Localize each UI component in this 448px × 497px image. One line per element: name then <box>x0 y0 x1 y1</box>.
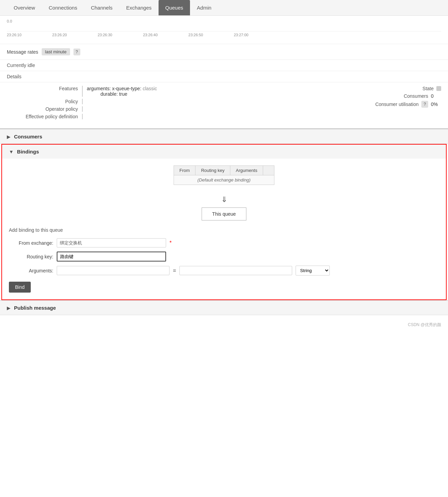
footer-text: CSDN @优秀的颜 <box>408 322 441 327</box>
arguments-val-input[interactable] <box>179 266 292 275</box>
chart-x-label-1: 23:26:20 <box>52 33 67 37</box>
features-row: Features arguments: x-queue-type: classi… <box>7 86 224 97</box>
interval-button[interactable]: last minute <box>42 48 70 55</box>
effective-policy-val <box>82 114 88 119</box>
details-right: State Consumers 0 Consumer utilisation ?… <box>224 86 442 121</box>
features-durable: true <box>119 91 127 97</box>
message-rates-help[interactable]: ? <box>73 49 80 55</box>
consumers-val: 0 <box>431 93 441 99</box>
add-binding-label: Add binding to this queue <box>9 227 439 233</box>
chart-area: 0.0 23:26:10 23:26:20 23:26:30 23:26:40 … <box>0 16 448 44</box>
consumers-section: ▶ Consumers <box>0 129 448 144</box>
consumers-row: Consumers 0 <box>224 93 442 99</box>
effective-policy-key: Effective policy definition <box>7 114 82 119</box>
type-select[interactable]: String Number Boolean <box>296 266 330 276</box>
col-actions <box>263 166 274 175</box>
bindings-section: ▼ Bindings From Routing key Arguments (D… <box>1 144 447 300</box>
consumers-header[interactable]: ▶ Consumers <box>0 129 448 144</box>
nav-connections[interactable]: Connections <box>42 0 84 15</box>
consumers-key: Consumers <box>404 93 428 99</box>
arguments-row: Arguments: = String Number Boolean <box>9 266 439 276</box>
arrow-down: ⇓ <box>9 195 439 204</box>
bindings-arrow-icon: ▼ <box>9 149 14 155</box>
chart-x-label-3: 23:26:40 <box>143 33 158 37</box>
details-label: Details <box>0 71 448 82</box>
state-row: State <box>224 86 442 91</box>
this-queue-container: This queue <box>9 207 439 220</box>
equals-sign: = <box>173 268 176 274</box>
from-exchange-row: From exchange: * <box>9 238 439 247</box>
message-rates-bar: Message rates last minute ? <box>0 44 448 60</box>
nav-bar: Overview Connections Channels Exchanges … <box>0 0 448 16</box>
policy-val <box>82 99 88 104</box>
col-routing-key: Routing key <box>195 166 230 175</box>
chart-x-label-2: 23:26:30 <box>98 33 112 37</box>
bindings-table: From Routing key Arguments (Default exch… <box>174 165 274 185</box>
from-exchange-input[interactable] <box>57 238 166 247</box>
bindings-title: Bindings <box>17 149 39 155</box>
policy-row: Policy <box>7 99 224 104</box>
consumers-arrow-icon: ▶ <box>7 134 11 139</box>
operator-policy-row: Operator policy <box>7 106 224 112</box>
details-table: Features arguments: x-queue-type: classi… <box>0 82 448 129</box>
publish-section: ▶ Publish message <box>0 300 448 315</box>
nav-admin[interactable]: Admin <box>190 0 218 15</box>
arguments-label: Arguments: <box>9 268 53 273</box>
bindings-header[interactable]: ▼ Bindings <box>2 145 446 159</box>
col-from: From <box>174 166 195 175</box>
publish-header[interactable]: ▶ Publish message <box>0 300 448 315</box>
routing-key-row: Routing key: <box>9 252 439 261</box>
publish-arrow-icon: ▶ <box>7 305 11 311</box>
chart-x-label-5: 23:27:00 <box>234 33 248 37</box>
state-key: State <box>422 86 434 91</box>
details-left: Features arguments: x-queue-type: classi… <box>7 86 224 121</box>
bind-button[interactable]: Bind <box>9 282 31 293</box>
routing-key-label: Routing key: <box>9 254 53 259</box>
default-binding-cell: (Default exchange binding) <box>174 175 274 185</box>
required-star: * <box>169 240 172 246</box>
features-val: arguments: x-queue-type: classic durable… <box>82 86 157 97</box>
nav-exchanges[interactable]: Exchanges <box>119 0 158 15</box>
state-indicator <box>436 86 441 91</box>
message-rates-label: Message rates <box>7 49 38 55</box>
status-idle: Currently idle <box>0 60 448 71</box>
consumer-util-help[interactable]: ? <box>421 101 428 108</box>
from-exchange-label: From exchange: <box>9 240 53 246</box>
consumers-title: Consumers <box>14 134 42 139</box>
chart-y-label: 0.0 <box>7 19 441 23</box>
chart-x-label-4: 23:26:50 <box>188 33 203 37</box>
features-key: Features <box>7 86 82 91</box>
nav-queues[interactable]: Queues <box>159 0 190 15</box>
bindings-content: From Routing key Arguments (Default exch… <box>2 159 446 299</box>
nav-overview[interactable]: Overview <box>7 0 42 15</box>
chart-x-label-0: 23:26:10 <box>7 33 22 37</box>
this-queue-box: This queue <box>202 207 246 220</box>
arguments-key-input[interactable] <box>57 266 169 275</box>
nav-channels[interactable]: Channels <box>84 0 119 15</box>
effective-policy-row: Effective policy definition <box>7 114 224 119</box>
features-prefix: arguments: x-queue-type: <box>87 86 141 91</box>
features-durable-prefix: durable: <box>100 91 118 97</box>
consumer-util-row: Consumer utilisation ? 0% <box>224 101 442 108</box>
footer: CSDN @优秀的颜 <box>0 315 448 335</box>
consumer-util-val: 0% <box>431 102 441 107</box>
table-row: (Default exchange binding) <box>174 175 274 185</box>
consumer-util-key: Consumer utilisation <box>375 102 419 107</box>
publish-title: Publish message <box>14 305 56 311</box>
col-arguments: Arguments <box>230 166 263 175</box>
features-classic: classic <box>142 86 157 91</box>
chart-x-axis: 23:26:10 23:26:20 23:26:30 23:26:40 23:2… <box>7 33 441 37</box>
routing-key-input[interactable] <box>57 252 166 261</box>
policy-key: Policy <box>7 99 82 104</box>
operator-policy-key: Operator policy <box>7 106 82 112</box>
operator-policy-val <box>82 106 88 112</box>
